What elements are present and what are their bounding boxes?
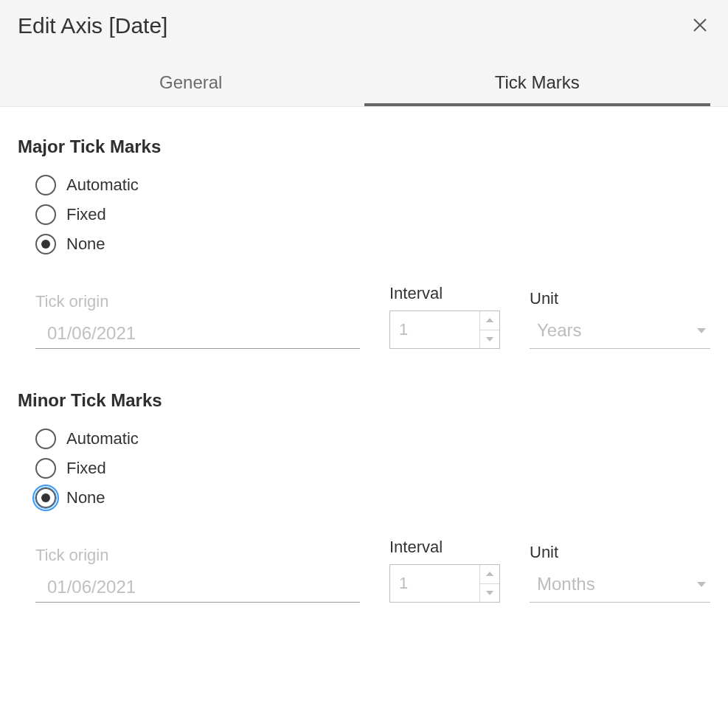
major-radio-fixed[interactable]: Fixed [35,204,710,225]
minor-interval-step-up[interactable] [480,565,499,584]
tab-general[interactable]: General [18,62,364,106]
minor-radio-none[interactable]: None [35,488,710,508]
major-unit-label: Unit [530,289,710,308]
minor-interval-step-down[interactable] [480,584,499,603]
radio-label: Automatic [66,429,139,448]
radio-label: Fixed [66,459,106,478]
major-interval-label: Interval [389,284,500,303]
major-tick-origin-input[interactable] [35,319,360,349]
chevron-down-icon [696,327,707,334]
major-unit-select[interactable]: Years [530,316,710,349]
svg-marker-6 [486,591,493,595]
svg-marker-3 [486,337,493,341]
radio-icon [35,204,56,225]
major-radio-automatic[interactable]: Automatic [35,175,710,195]
chevron-down-icon [485,336,494,342]
minor-unit-select[interactable]: Months [530,569,710,603]
close-icon [693,18,707,32]
chevron-down-icon [485,590,494,596]
minor-unit-label: Unit [530,543,710,562]
major-interval-step-up[interactable] [480,311,499,330]
minor-tick-marks-heading: Minor Tick Marks [18,390,710,411]
radio-label: Fixed [66,205,106,224]
major-interval-spinner[interactable] [389,311,500,349]
svg-marker-7 [697,582,706,587]
svg-marker-5 [486,572,493,576]
radio-label: None [66,235,105,254]
minor-radio-fixed[interactable]: Fixed [35,458,710,479]
radio-icon [35,458,56,479]
radio-icon [35,234,56,254]
major-interval-input[interactable] [390,311,479,348]
radio-label: Automatic [66,176,139,195]
tab-tick-marks[interactable]: Tick Marks [364,62,711,106]
minor-tick-origin-label: Tick origin [35,546,360,565]
major-interval-step-down[interactable] [480,330,499,349]
minor-tick-origin-input[interactable] [35,572,360,603]
dialog-title: Edit Axis [Date] [18,13,167,38]
major-radio-none[interactable]: None [35,234,710,254]
major-tick-marks-heading: Major Tick Marks [18,136,710,157]
minor-interval-input[interactable] [390,565,479,602]
chevron-up-icon [485,571,494,577]
minor-unit-value: Months [537,574,595,594]
minor-interval-label: Interval [389,538,500,557]
svg-marker-2 [486,318,493,322]
close-button[interactable] [690,13,710,38]
svg-marker-4 [697,328,706,333]
chevron-down-icon [696,580,707,588]
radio-icon [35,175,56,195]
radio-icon [35,429,56,449]
minor-interval-spinner[interactable] [389,564,500,603]
radio-icon [35,488,56,508]
radio-label: None [66,488,105,507]
minor-radio-automatic[interactable]: Automatic [35,429,710,449]
chevron-up-icon [485,317,494,323]
major-tick-origin-label: Tick origin [35,292,360,311]
major-unit-value: Years [537,320,582,341]
